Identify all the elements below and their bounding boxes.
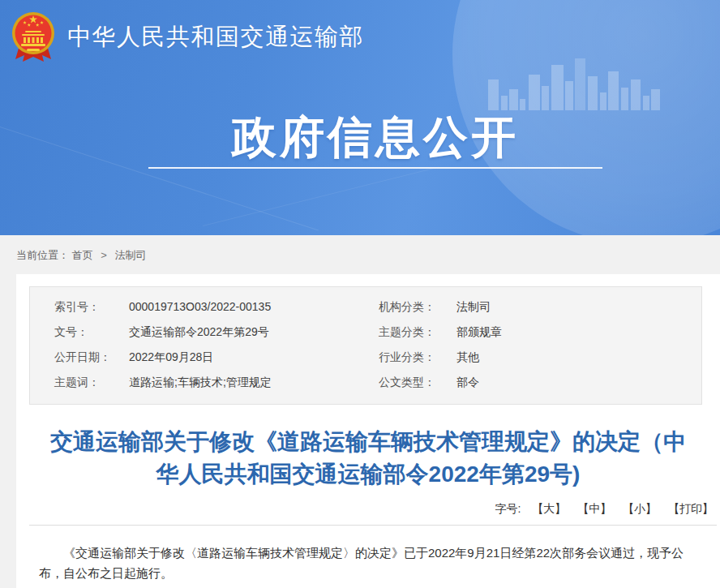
banner-underline <box>148 167 602 169</box>
city-skyline-decoration <box>486 57 665 110</box>
print-button[interactable]: 【打印】 <box>668 502 714 515</box>
site-title: 中华人民共和国交通运输部 <box>67 21 364 54</box>
site-topbar: 中华人民共和国交通运输部 <box>10 11 364 63</box>
meta-doc-number: 文号： 交通运输部令2022年第29号 <box>54 320 379 345</box>
document-body-text: 《交通运输部关于修改〈道路运输车辆技术管理规定〉的决定》已于2022年9月21日… <box>39 543 697 584</box>
page-title: 交通运输部关于修改《道路运输车辆技术管理规定》的决定（中华人民共和国交通运输部令… <box>16 426 720 491</box>
title-divider <box>29 525 717 526</box>
meta-index-number: 索引号： 000019713O03/2022-00135 <box>54 294 379 320</box>
table-row: 文号： 交通运输部令2022年第29号 主题分类： 部颁规章 <box>54 320 701 345</box>
breadcrumb-link-home[interactable]: 首页 <box>72 249 93 261</box>
document-metadata-table: 索引号： 000019713O03/2022-00135 机构分类： 法制司 文… <box>29 286 702 405</box>
meta-doc-type: 公文类型： 部令 <box>379 370 701 395</box>
font-large-button[interactable]: 【大】 <box>532 502 566 515</box>
meta-org-category: 机构分类： 法制司 <box>379 294 701 320</box>
breadcrumb-link-department[interactable]: 法制司 <box>114 249 146 261</box>
table-row: 主题词： 道路运输;车辆技术;管理规定 公文类型： 部令 <box>54 370 701 395</box>
meta-keywords: 主题词： 道路运输;车辆技术;管理规定 <box>54 370 379 395</box>
font-medium-button[interactable]: 【中】 <box>577 502 611 515</box>
breadcrumb-label: 当前位置： <box>16 249 69 261</box>
font-small-button[interactable]: 【小】 <box>623 502 657 515</box>
national-emblem-icon <box>10 11 57 63</box>
table-row: 索引号： 000019713O03/2022-00135 机构分类： 法制司 <box>54 294 701 320</box>
page-header: 中华人民共和国交通运输部 政府信息公开 <box>0 0 720 235</box>
font-size-label: 字号: <box>495 502 521 515</box>
font-size-controls: 字号: 【大】 【中】 【小】 【打印】 <box>16 502 720 517</box>
meta-industry-category: 行业分类： 其他 <box>379 345 701 370</box>
banner-title: 政府信息公开 <box>0 108 720 168</box>
table-row: 公开日期： 2022年09月28日 行业分类： 其他 <box>54 345 701 370</box>
meta-publish-date: 公开日期： 2022年09月28日 <box>54 345 379 370</box>
meta-topic-category: 主题分类： 部颁规章 <box>379 320 701 345</box>
breadcrumb-separator: > <box>101 249 107 261</box>
header-decor-line <box>203 166 462 235</box>
breadcrumb: 当前位置： 首页 > 法制司 <box>0 235 720 274</box>
content-card: 索引号： 000019713O03/2022-00135 机构分类： 法制司 文… <box>16 274 720 588</box>
